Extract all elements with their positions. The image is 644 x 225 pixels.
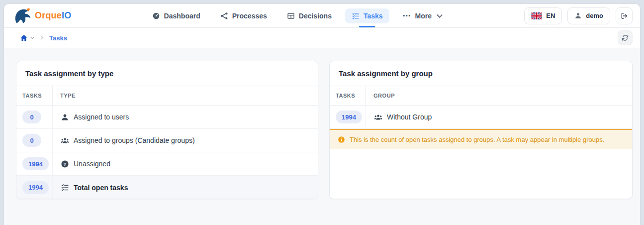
notice-text: This is the count of open tasks assigned… bbox=[350, 136, 604, 143]
chevron-down-icon bbox=[30, 35, 35, 40]
logout-button[interactable] bbox=[616, 7, 633, 24]
chevron-down-icon bbox=[436, 12, 444, 20]
column-header-tasks: TASKS bbox=[330, 86, 366, 105]
user-icon bbox=[61, 113, 69, 121]
nav-label: Tasks bbox=[364, 12, 383, 20]
brand-name: OrqueIO bbox=[35, 10, 71, 21]
column-header-group: GROUP bbox=[366, 93, 632, 99]
users-icon bbox=[374, 113, 382, 121]
table-row: 1994 Without Group bbox=[330, 106, 632, 129]
nav-item-processes[interactable]: Processes bbox=[214, 8, 274, 23]
breadcrumb-home[interactable] bbox=[20, 34, 35, 42]
row-label: Unassigned bbox=[74, 160, 110, 168]
count-badge[interactable]: 0 bbox=[22, 111, 41, 123]
card-task-assignment-by-type: Task assignment by type TASKS TYPE 0 Ass… bbox=[16, 61, 318, 199]
nav-label: More bbox=[415, 12, 432, 20]
row-label: Assigned to groups (Candidate groups) bbox=[74, 136, 195, 144]
user-menu-button[interactable]: demo bbox=[567, 7, 610, 24]
main-navigation: Dashboard Processes Decisions Tasks bbox=[71, 8, 524, 23]
row-label: Assigned to users bbox=[74, 113, 129, 121]
sign-out-icon bbox=[620, 12, 628, 20]
row-label: Without Group bbox=[387, 113, 432, 121]
refresh-icon bbox=[622, 34, 629, 41]
table-header-row: TASKS TYPE bbox=[16, 86, 318, 106]
nav-item-dashboard[interactable]: Dashboard bbox=[146, 8, 207, 23]
language-label: EN bbox=[546, 12, 555, 19]
column-header-tasks: TASKS bbox=[16, 86, 53, 105]
table-row: 1994 ? Unassigned bbox=[16, 152, 318, 176]
card-title: Task assignment by group bbox=[330, 61, 632, 86]
svg-text:?: ? bbox=[64, 161, 67, 166]
uk-flag-icon bbox=[531, 12, 542, 19]
nav-item-decisions[interactable]: Decisions bbox=[280, 8, 338, 23]
language-button[interactable]: EN bbox=[524, 7, 562, 24]
processes-nodes-icon bbox=[220, 12, 228, 20]
breadcrumb-separator-icon bbox=[39, 33, 45, 42]
count-badge[interactable]: 0 bbox=[22, 134, 41, 147]
count-badge[interactable]: 1994 bbox=[22, 157, 49, 170]
breadcrumb: Tasks bbox=[20, 33, 618, 42]
table-row-total: 1994 Total open tasks bbox=[16, 176, 318, 199]
nav-label: Processes bbox=[232, 12, 267, 20]
app-window: OrqueIO Dashboard Processes Decisions bbox=[4, 4, 640, 225]
refresh-button[interactable] bbox=[618, 30, 633, 45]
navbar-right-controls: EN demo bbox=[524, 7, 633, 24]
nav-label: Dashboard bbox=[164, 12, 200, 20]
users-icon bbox=[61, 136, 69, 145]
home-icon bbox=[20, 34, 28, 42]
nav-label: Decisions bbox=[299, 12, 332, 20]
row-label: Total open tasks bbox=[74, 184, 128, 192]
nav-item-tasks[interactable]: Tasks bbox=[345, 8, 389, 23]
table-header-row: TASKS GROUP bbox=[330, 86, 632, 106]
breadcrumb-bar: Tasks bbox=[4, 28, 640, 48]
card-title: Task assignment by type bbox=[16, 61, 318, 86]
username-label: demo bbox=[586, 12, 603, 19]
orca-icon bbox=[14, 7, 32, 25]
group-count-notice: This is the count of open tasks assigned… bbox=[330, 129, 632, 149]
count-badge[interactable]: 1994 bbox=[336, 111, 362, 123]
tasks-checklist-icon bbox=[352, 12, 360, 20]
info-circle-icon bbox=[338, 136, 345, 143]
person-icon bbox=[574, 12, 582, 19]
question-circle-icon: ? bbox=[61, 160, 69, 168]
top-navbar: OrqueIO Dashboard Processes Decisions bbox=[4, 4, 640, 28]
tasks-checklist-icon bbox=[61, 183, 69, 192]
more-ellipsis-icon: ⋯ bbox=[403, 14, 411, 18]
count-badge[interactable]: 1994 bbox=[22, 181, 49, 194]
brand-logo[interactable]: OrqueIO bbox=[14, 7, 71, 25]
column-header-type: TYPE bbox=[53, 93, 318, 99]
content-area: Task assignment by type TASKS TYPE 0 Ass… bbox=[4, 48, 640, 199]
table-row: 0 Assigned to groups (Candidate groups) bbox=[16, 129, 318, 152]
decisions-table-icon bbox=[287, 12, 295, 20]
table-row: 0 Assigned to users bbox=[16, 106, 318, 129]
breadcrumb-current[interactable]: Tasks bbox=[49, 34, 67, 42]
card-task-assignment-by-group: Task assignment by group TASKS GROUP 199… bbox=[329, 61, 633, 199]
dashboard-gauge-icon bbox=[152, 12, 160, 20]
nav-item-more[interactable]: ⋯ More bbox=[396, 8, 450, 23]
